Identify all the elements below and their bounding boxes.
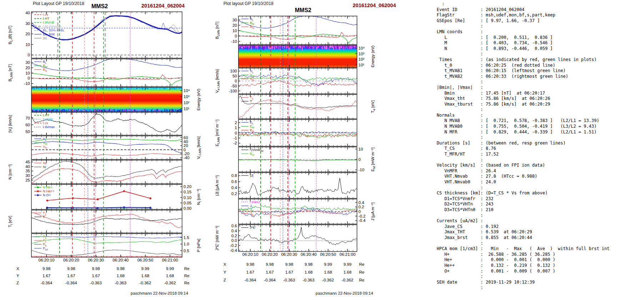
svg-text:1.68: 1.68 [343,270,351,274]
svg-text:-0.4: -0.4 [358,218,366,223]
plot-panel-b-lmn: 3020100-10BLMN [nT]BLBMBN [8,59,182,87]
svg-text:t HT: t HT [43,16,49,20]
svg-text:50: 50 [25,129,30,134]
svg-text:t dvmax: t dvmax [43,125,55,129]
svg-text:t maxJ: t maxJ [250,200,260,204]
svg-text:X: X [223,262,226,266]
svg-text:-0.362: -0.362 [342,278,353,282]
svg-text:-20: -20 [183,152,190,156]
svg-text:1.68: 1.68 [166,274,174,278]
svg-text:Ni: Ni [43,165,46,169]
svg-text:9.98: 9.98 [92,266,100,271]
svg-text:-0.364: -0.364 [264,278,276,282]
svg-text:10: 10 [232,29,237,33]
svg-text:06:21:00: 06:21:00 [162,258,178,262]
plot-panel-jdote: 0.60.40.20.0-0.2-0.4J*E' [nW m⁻³]J*E' [215,224,357,252]
svg-text:0.05: 0.05 [183,201,191,205]
svg-text:BLMN [nT]: BLMN [nT] [8,64,13,82]
svg-text:45: 45 [25,160,30,164]
svg-text:EM [mW m⁻²]: EM [mW m⁻²] [371,147,376,172]
svg-text:60: 60 [183,136,188,140]
svg-text:1.67: 1.67 [67,274,75,278]
svg-text:J*E': J*E' [250,225,256,229]
plot-panel-electron-spectrogram: 10⁴10³10²10¹Energy (eV) [238,45,375,67]
svg-text:0.0: 0.0 [231,238,237,243]
plot-panel-ti: Ti [eV]T∥T [8,210,182,233]
svg-text:Y: Y [223,270,226,274]
svg-text:t BLminmax: t BLminmax [43,24,61,28]
svg-text:06:20:50: 06:20:50 [320,252,336,256]
plot-panel-e-lmn: 210-1-2ELMN [mV m⁻¹]ELEMEN [215,120,357,146]
svg-text:|J| [µA m⁻²]: |J| [µA m⁻²] [215,175,219,196]
svg-text:9.98: 9.98 [67,266,75,271]
svg-text:-0.364: -0.364 [41,281,52,285]
svg-text:N He++: N He++ [43,189,55,193]
plot-panel-ion-spectrogram: 10⁴10³10²10¹Energy (eV) [31,87,201,113]
svg-text:-2: -2 [233,141,237,145]
svg-text:Ve LMN [km/s]: Ve LMN [km/s] [215,69,220,93]
svg-text:10³: 10³ [183,95,190,99]
svg-text:-0.363: -0.363 [283,278,295,282]
svg-text:Vi LMN [km/s]: Vi LMN [km/s] [196,136,202,159]
left-position-table: X9.989.989.989.989.999.99ReY1.671.671.67… [16,266,190,285]
svg-text:10¹: 10¹ [183,107,190,111]
svg-text:BL,|B| [nT]: BL,|B| [nT] [8,26,13,44]
left-footer-credit: paschmann 22-Nov-2018 09:14 [131,291,188,295]
svg-text:0.2: 0.2 [231,234,237,238]
svg-text:30: 30 [232,18,237,22]
svg-text:06:20:20: 06:20:20 [63,258,79,262]
svg-text:10⁴: 10⁴ [183,88,190,93]
svg-text:0.4: 0.4 [358,200,364,205]
svg-text:0.8: 0.8 [231,173,237,178]
svg-text:06:21:00: 06:21:00 [339,252,356,256]
svg-text:1.67: 1.67 [285,270,293,274]
svg-text:9.99: 9.99 [324,262,332,266]
plot-panel-bl-babs: 403020100BL,|B| [nT]t cst HTt MVABt BLmi… [8,11,182,58]
svg-text:0.4: 0.4 [231,229,237,233]
plot-panel-vi-abs: 706050|Vi| [km/s]t HTt vmaxt cst dvmax [8,112,182,135]
svg-text:Ne: Ne [43,161,47,165]
svg-text:0.5: 0.5 [183,249,189,253]
plot-panel-j-abs: 0.80.60.40.2|J| [µA m⁻²]|J| [215,173,357,198]
plot-panel-pressure: 1.51.00.5P [nPa]PpPePbPtot [31,234,201,257]
plot-panel-j-lmn: 0.40.20-0.2-0.4J [µA m⁻²]t maxJJLJMJN [238,199,375,224]
svg-text:70: 70 [25,116,30,120]
svg-text:Z: Z [223,278,226,282]
svg-text:-0.364: -0.364 [245,278,256,282]
mms-quicklook-screen: { "left_plot": { "header": "Plot Layout … [0,0,644,300]
svg-text:0: 0 [358,157,361,162]
svg-text:0.20: 0.20 [183,184,191,189]
svg-text:|Vi| [km/s]: |Vi| [km/s] [8,115,13,132]
svg-text:30: 30 [25,21,30,26]
svg-text:9.98: 9.98 [117,266,125,271]
svg-text:Re: Re [359,270,364,274]
svg-text:0.4: 0.4 [231,185,237,190]
svg-text:Z: Z [16,281,19,285]
svg-text:1.5: 1.5 [183,235,189,240]
svg-text:1.0: 1.0 [183,242,189,246]
plot-panel-density: 4540353025N [cm⁻³]NeNi [8,160,182,184]
svg-text:50: 50 [232,74,237,78]
svg-text:20: 20 [25,66,30,70]
svg-text:30: 30 [25,60,30,65]
svg-text:-100: -100 [229,89,237,93]
svg-text:40: 40 [25,11,30,15]
svg-text:1.67: 1.67 [92,274,100,278]
svg-text:N He+: N He+ [43,185,53,189]
svg-text:-0.364: -0.364 [65,281,77,285]
svg-text:10²: 10² [183,101,190,105]
svg-text:-0.2: -0.2 [358,214,366,218]
svg-text:0.00: 0.00 [183,206,191,210]
svg-text:BL, 50% of BL: BL, 50% of BL [43,28,65,32]
middle-plot-column-graphics: 3020100-10BLMN [nT]BLBMBN10⁴10³10²10¹Ene… [215,16,376,282]
svg-text:-10: -10 [24,81,30,86]
plot-panel-te: Te [eV]T∥T [238,95,376,119]
svg-text:06:20:40: 06:20:40 [112,258,129,262]
svg-text:10³: 10³ [358,52,364,56]
svg-text:0.10: 0.10 [183,195,191,200]
svg-text:T: T [250,99,252,103]
middle-time-axis: 06:20:1006:20:2006:20:3006:20:4006:20:50… [242,252,356,256]
svg-text:-10: -10 [231,39,237,44]
svg-text:06:20:30: 06:20:30 [281,252,297,256]
svg-text:Energy (eV): Energy (eV) [371,45,375,67]
